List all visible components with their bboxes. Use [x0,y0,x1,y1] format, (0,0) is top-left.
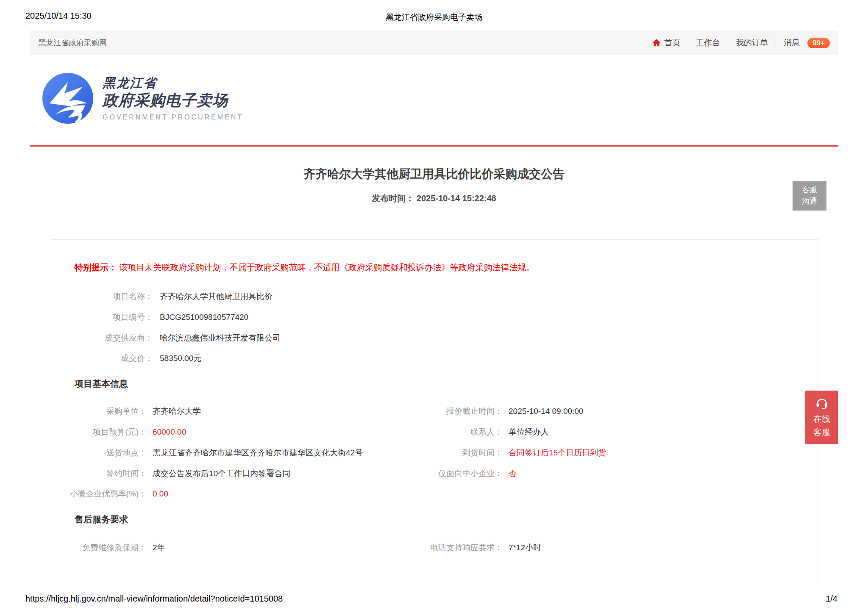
nav-divider [728,39,728,47]
logo-line1: 黑龙江省 [103,75,243,91]
field-value: BJCG251009810577420 [160,313,248,322]
field-value: 黑龙江省齐齐哈尔市建华区齐齐哈尔市建华区文化大街42号 [153,448,363,458]
headset-icon [814,396,829,410]
red-divider [30,145,838,147]
field-value: 58350.00元 [160,354,201,363]
site-logo[interactable]: 黑龙江省 政府采购电子卖场 GOVERNMENT PROCUREMENT [42,73,243,124]
customer-service-line1: 客服 [802,184,817,196]
basic-info-grid: 采购单位： 齐齐哈尔大学 报价截止时间： 2025-10-14 09:00:00… [51,407,818,499]
nav-divider [688,39,688,47]
nav-workbench-label: 工作台 [696,37,720,48]
navbar-right: 首页 工作台 我的订单 消息 99+ [652,37,830,48]
field-deal-price: 成交价： 58350.00元 [51,354,818,363]
home-icon [652,38,661,47]
field-value: 2年 [153,543,165,553]
field-label: 小微企业优惠率(%)： [51,489,147,499]
logo-line2: 政府采购电子卖场 [103,91,243,110]
field-label: 到货时间： [397,448,503,458]
nav-workbench[interactable]: 工作台 [696,37,720,48]
field-label: 采购单位： [51,407,147,416]
field-label: 仅面向中小企业： [397,469,503,479]
navbar: 黑龙江省政府采购网 首页 工作台 我的订单 消息 99+ [30,31,838,55]
customer-service-button[interactable]: 客服 沟通 [793,181,826,211]
info-row: 送货地点： 黑龙江省齐齐哈尔市建华区齐齐哈尔市建华区文化大街42号 到货时间： … [51,448,818,458]
info-row: 签约时间： 成交公告发布后10个工作日内签署合同 仅面向中小企业： 否 [51,469,818,479]
field-value-delivery-time: 合同签订后15个日历日到货 [509,448,606,458]
field-label: 联系人： [397,427,503,437]
field-project-name: 项目名称： 齐齐哈尔大学其他厨卫用具比价 [51,292,818,302]
online-service-button[interactable]: 在线 客服 [805,391,838,444]
after-sale-grid: 免费维修质保期： 2年 电话支持响应要求： 7*12小时 [51,543,818,553]
page: 2025/10/14 15:30 黑龙江省政府采购电子卖场 黑龙江省政府采购网 … [0,0,868,613]
field-value: 哈尔滨惠鑫伟业科技开发有限公司 [160,333,281,343]
notice-title: 齐齐哈尔大学其他厨卫用具比价比价采购成交公告 [0,166,868,182]
field-value: 成交公告发布后10个工作日内签署合同 [153,469,290,479]
info-row: 采购单位： 齐齐哈尔大学 报价截止时间： 2025-10-14 09:00:00 [51,407,818,416]
online-service-line2: 客服 [813,426,830,439]
field-value-discount-rate: 0.00 [153,489,168,499]
nav-home[interactable]: 首页 [652,37,680,48]
field-value-budget: 60000.00 [153,427,186,437]
field-winning-supplier: 成交供应商： 哈尔滨惠鑫伟业科技开发有限公司 [51,333,818,343]
nav-messages-label: 消息 [784,37,800,48]
message-count-badge[interactable]: 99+ [807,38,830,48]
footer-url: https://hljcg.hlj.gov.cn/mall-view/infor… [25,594,283,604]
field-label: 项目预算(元)： [51,427,147,437]
field-project-number: 项目编号： BJCG251009810577420 [51,313,818,322]
field-value-sme-only: 否 [509,469,517,479]
publish-time-value: 2025-10-14 15:22:48 [417,194,496,203]
nav-home-label: 首页 [664,37,680,48]
publish-time-row: 发布时间： 2025-10-14 15:22:48 [0,193,868,204]
logo-text: 黑龙江省 政府采购电子卖场 GOVERNMENT PROCUREMENT [103,75,243,122]
special-alert-label: 特别提示： [75,263,117,272]
field-label: 成交供应商： [51,333,153,343]
nav-divider [776,39,776,47]
field-value: 单位经办人 [509,427,549,437]
field-label: 送货地点： [51,448,147,458]
field-label: 报价截止时间： [397,407,503,416]
field-label: 项目编号： [51,313,153,322]
basic-info-heading: 项目基本信息 [75,378,818,390]
special-alert-text: 该项目未关联政府采购计划，不属于政府采购范畴，不适用《政府采购质疑和投诉办法》等… [120,263,535,272]
footer-page-number: 1/4 [826,594,837,604]
special-alert: 特别提示： 该项目未关联政府采购计划，不属于政府采购范畴，不适用《政府采购质疑和… [51,240,818,273]
field-value: 齐齐哈尔大学 [153,407,201,416]
notice-content-box: 特别提示： 该项目未关联政府采购计划，不属于政府采购范畴，不适用《政府采购质疑和… [51,239,818,583]
logo-line3: GOVERNMENT PROCUREMENT [103,113,243,122]
info-row: 项目预算(元)： 60000.00 联系人： 单位经办人 [51,427,818,437]
online-service-line1: 在线 [813,413,830,426]
field-label: 电话支持响应要求： [397,543,503,553]
publish-time-label: 发布时间： [372,194,414,203]
summary-fields: 项目名称： 齐齐哈尔大学其他厨卫用具比价 项目编号： BJCG251009810… [51,292,818,363]
info-row: 小微企业优惠率(%)： 0.00 [51,489,818,499]
nav-messages[interactable]: 消息 [784,37,800,48]
field-value: 2025-10-14 09:00:00 [509,407,583,416]
customer-service-line2: 沟通 [802,196,817,207]
nav-orders[interactable]: 我的订单 [736,37,768,48]
field-label: 项目名称： [51,292,153,302]
nav-orders-label: 我的订单 [736,37,768,48]
field-value: 齐齐哈尔大学其他厨卫用具比价 [160,292,273,302]
print-doc-title: 黑龙江省政府采购电子卖场 [0,12,868,23]
dragon-logo-icon [42,73,93,124]
after-sale-heading: 售后服务要求 [75,513,818,525]
site-name: 黑龙江省政府采购网 [38,38,107,48]
field-label: 成交价： [51,354,153,363]
info-row: 免费维修质保期： 2年 电话支持响应要求： 7*12小时 [51,543,818,553]
field-label: 签约时间： [51,469,147,479]
field-value: 7*12小时 [509,543,541,553]
field-label: 免费维修质保期： [51,543,147,553]
